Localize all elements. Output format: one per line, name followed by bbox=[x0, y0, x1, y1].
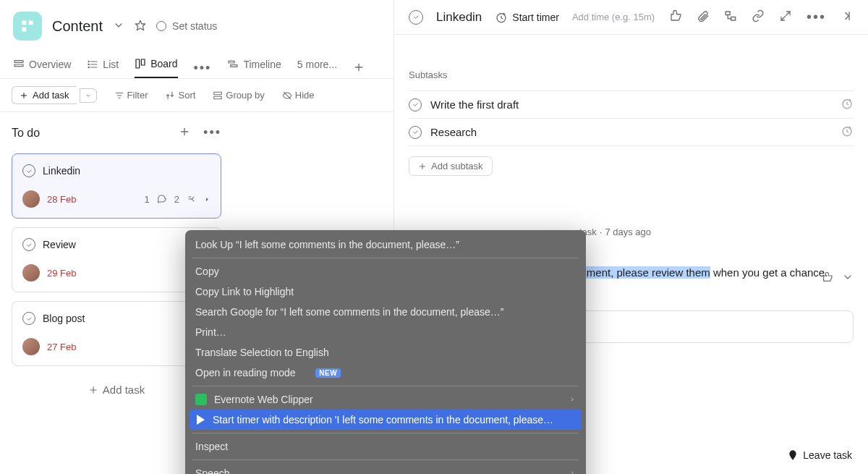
group-by-button[interactable]: Group by bbox=[213, 90, 264, 101]
complete-toggle[interactable] bbox=[409, 126, 422, 139]
context-menu: Look Up “I left some comments in the doc… bbox=[185, 230, 586, 474]
chevron-right-icon bbox=[569, 394, 576, 405]
complete-toggle[interactable] bbox=[22, 164, 35, 177]
subtasks-label: Subtasks bbox=[409, 69, 854, 80]
subtask-row[interactable]: Write the first draft bbox=[409, 90, 854, 119]
ctx-search-google[interactable]: Search Google for “I left some comments … bbox=[190, 302, 582, 322]
subtask-count: 2 bbox=[174, 194, 179, 205]
view-tabs: Overview List Board ••• Timeline 5 more.… bbox=[0, 46, 393, 78]
tab-more[interactable]: 5 more... bbox=[297, 59, 337, 77]
svg-point-9 bbox=[88, 61, 89, 62]
divider bbox=[192, 460, 579, 460]
complete-toggle[interactable] bbox=[22, 312, 35, 325]
subtask-icon[interactable] bbox=[724, 9, 737, 25]
task-title: Blog post bbox=[43, 313, 85, 324]
detail-title[interactable]: Linkedin bbox=[436, 10, 482, 25]
filter-button[interactable]: Filter bbox=[114, 90, 148, 101]
complete-toggle[interactable] bbox=[409, 98, 422, 111]
add-subtask-button[interactable]: Add subtask bbox=[409, 156, 493, 176]
tab-board-more-icon[interactable]: ••• bbox=[194, 61, 212, 76]
status-label: Set status bbox=[172, 20, 217, 32]
column-title[interactable]: To do bbox=[12, 127, 40, 140]
svg-rect-23 bbox=[214, 92, 222, 94]
ctx-inspect[interactable]: Inspect bbox=[190, 436, 582, 457]
caret-icon bbox=[204, 196, 210, 203]
subtask-name: Research bbox=[430, 126, 832, 138]
svg-line-36 bbox=[786, 12, 790, 15]
svg-rect-4 bbox=[14, 61, 23, 63]
svg-marker-28 bbox=[206, 197, 208, 200]
svg-rect-1 bbox=[29, 21, 33, 25]
task-title: Review bbox=[43, 239, 76, 250]
ctx-print[interactable]: Print… bbox=[190, 322, 582, 342]
svg-point-10 bbox=[88, 64, 89, 64]
subtask-icon bbox=[187, 194, 197, 204]
chevron-down-icon[interactable] bbox=[842, 271, 854, 285]
complete-toggle[interactable] bbox=[409, 10, 423, 25]
ctx-translate[interactable]: Translate Selection to English bbox=[190, 342, 582, 363]
tab-timeline[interactable]: Timeline bbox=[227, 59, 281, 77]
project-logo[interactable] bbox=[13, 12, 42, 41]
ctx-speech[interactable]: Speech bbox=[190, 463, 582, 474]
svg-rect-12 bbox=[136, 59, 140, 68]
sort-button[interactable]: Sort bbox=[165, 90, 195, 101]
due-date: 28 Feb bbox=[47, 194, 76, 205]
svg-rect-24 bbox=[214, 96, 222, 99]
project-header: Content Set status bbox=[0, 0, 393, 46]
due-date: 29 Feb bbox=[47, 268, 76, 279]
add-task-button[interactable]: Add task bbox=[12, 86, 77, 104]
link-icon[interactable] bbox=[752, 9, 765, 25]
set-status-button[interactable]: Set status bbox=[156, 20, 217, 32]
status-circle-icon bbox=[156, 21, 166, 31]
column-add-button[interactable] bbox=[179, 126, 190, 140]
like-icon[interactable] bbox=[822, 271, 833, 285]
column-more-icon[interactable]: ••• bbox=[203, 125, 221, 140]
svg-point-11 bbox=[88, 67, 89, 67]
ctx-copy[interactable]: Copy bbox=[190, 261, 582, 282]
ctx-lookup[interactable]: Look Up “I left some comments in the doc… bbox=[190, 234, 582, 255]
avatar[interactable] bbox=[22, 338, 40, 355]
comment-icon bbox=[157, 194, 167, 204]
attachment-icon[interactable] bbox=[697, 9, 710, 25]
add-tab-button[interactable] bbox=[353, 62, 365, 75]
timer-icon[interactable] bbox=[841, 124, 854, 140]
ctx-start-timer[interactable]: Start timer with description 'I left som… bbox=[190, 410, 582, 430]
task-card[interactable]: Linkedin 28 Feb 1 2 bbox=[12, 153, 221, 219]
selected-text[interactable]: cument, please review them bbox=[575, 266, 710, 279]
start-timer-button[interactable]: Start timer bbox=[495, 11, 559, 24]
svg-rect-5 bbox=[14, 64, 23, 67]
avatar[interactable] bbox=[22, 190, 40, 208]
tab-board[interactable]: Board bbox=[135, 58, 177, 78]
tab-list[interactable]: List bbox=[87, 59, 119, 77]
activity-time: 7 days ago bbox=[605, 227, 651, 237]
subtasks-section: Subtasks Write the first draft Research … bbox=[394, 35, 868, 176]
ctx-copy-link[interactable]: Copy Link to Highlight bbox=[190, 282, 582, 302]
divider bbox=[192, 433, 579, 433]
close-pane-icon[interactable] bbox=[841, 9, 854, 25]
timer-icon[interactable] bbox=[841, 97, 854, 112]
hide-button[interactable]: Hide bbox=[282, 90, 315, 101]
ctx-evernote[interactable]: Evernote Web Clipper bbox=[190, 389, 582, 410]
task-title: Linkedin bbox=[43, 165, 80, 177]
divider bbox=[192, 386, 579, 386]
chevron-down-icon[interactable] bbox=[113, 20, 124, 33]
like-icon[interactable] bbox=[669, 9, 682, 25]
more-icon[interactable]: ••• bbox=[807, 9, 826, 25]
ctx-reading-mode[interactable]: Open in reading mode NEW bbox=[190, 363, 582, 383]
complete-toggle[interactable] bbox=[22, 238, 35, 251]
chevron-right-icon bbox=[569, 467, 576, 474]
leave-task-button[interactable]: Leave task bbox=[787, 449, 852, 461]
board-toolbar: Add task Filter Sort Group by Hide bbox=[0, 79, 393, 111]
star-icon[interactable] bbox=[135, 20, 146, 33]
fullscreen-icon[interactable] bbox=[779, 9, 792, 25]
divider bbox=[192, 258, 579, 258]
new-badge: NEW bbox=[315, 368, 341, 378]
add-time-input[interactable]: Add time (e.g. 15m) bbox=[572, 12, 655, 22]
tab-overview[interactable]: Overview bbox=[13, 59, 71, 77]
avatar[interactable] bbox=[22, 264, 40, 282]
add-task-dropdown[interactable] bbox=[80, 88, 97, 103]
project-title[interactable]: Content bbox=[52, 18, 103, 35]
svg-rect-15 bbox=[231, 65, 237, 67]
subtask-row[interactable]: Research bbox=[409, 119, 854, 146]
due-date: 27 Feb bbox=[47, 342, 76, 352]
